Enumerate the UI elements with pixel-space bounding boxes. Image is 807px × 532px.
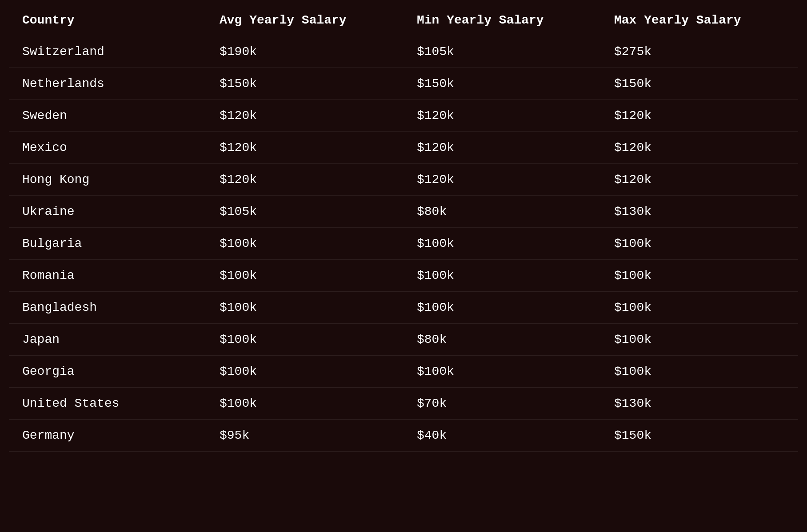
- cell-min-salary: $105k: [404, 36, 601, 68]
- cell-avg-salary: $100k: [206, 324, 404, 356]
- cell-max-salary: $275k: [601, 36, 798, 68]
- table-row: Ukraine$105k$80k$130k: [9, 196, 798, 228]
- cell-max-salary: $100k: [601, 292, 798, 324]
- cell-min-salary: $120k: [404, 132, 601, 164]
- cell-avg-salary: $100k: [206, 356, 404, 388]
- cell-min-salary: $80k: [404, 324, 601, 356]
- cell-avg-salary: $100k: [206, 260, 404, 292]
- cell-avg-salary: $120k: [206, 164, 404, 196]
- cell-max-salary: $100k: [601, 324, 798, 356]
- cell-avg-salary: $150k: [206, 68, 404, 100]
- cell-avg-salary: $120k: [206, 132, 404, 164]
- table-row: Georgia$100k$100k$100k: [9, 356, 798, 388]
- cell-max-salary: $150k: [601, 420, 798, 452]
- table-row: Mexico$120k$120k$120k: [9, 132, 798, 164]
- table-row: Switzerland$190k$105k$275k: [9, 36, 798, 68]
- cell-country: Mexico: [9, 132, 206, 164]
- cell-country: Bangladesh: [9, 292, 206, 324]
- cell-country: United States: [9, 388, 206, 420]
- cell-min-salary: $100k: [404, 228, 601, 260]
- cell-min-salary: $70k: [404, 388, 601, 420]
- table-row: Sweden$120k$120k$120k: [9, 100, 798, 132]
- table-row: Netherlands$150k$150k$150k: [9, 68, 798, 100]
- cell-min-salary: $100k: [404, 292, 601, 324]
- header-avg-salary: Avg Yearly Salary: [206, 4, 404, 36]
- salary-table-container: Country Avg Yearly Salary Min Yearly Sal…: [0, 0, 807, 456]
- cell-avg-salary: $100k: [206, 388, 404, 420]
- cell-country: Georgia: [9, 356, 206, 388]
- cell-max-salary: $130k: [601, 388, 798, 420]
- cell-country: Bulgaria: [9, 228, 206, 260]
- cell-country: Germany: [9, 420, 206, 452]
- table-row: Bulgaria$100k$100k$100k: [9, 228, 798, 260]
- cell-max-salary: $100k: [601, 260, 798, 292]
- table-row: Hong Kong$120k$120k$120k: [9, 164, 798, 196]
- cell-min-salary: $80k: [404, 196, 601, 228]
- cell-country: Sweden: [9, 100, 206, 132]
- cell-avg-salary: $100k: [206, 228, 404, 260]
- cell-min-salary: $120k: [404, 164, 601, 196]
- cell-avg-salary: $100k: [206, 292, 404, 324]
- cell-country: Japan: [9, 324, 206, 356]
- cell-avg-salary: $190k: [206, 36, 404, 68]
- header-max-salary: Max Yearly Salary: [601, 4, 798, 36]
- cell-max-salary: $100k: [601, 356, 798, 388]
- salary-table: Country Avg Yearly Salary Min Yearly Sal…: [9, 4, 798, 452]
- table-row: Romania$100k$100k$100k: [9, 260, 798, 292]
- table-row: Japan$100k$80k$100k: [9, 324, 798, 356]
- cell-country: Ukraine: [9, 196, 206, 228]
- cell-max-salary: $120k: [601, 132, 798, 164]
- cell-country: Romania: [9, 260, 206, 292]
- cell-min-salary: $100k: [404, 260, 601, 292]
- cell-min-salary: $100k: [404, 356, 601, 388]
- table-header-row: Country Avg Yearly Salary Min Yearly Sal…: [9, 4, 798, 36]
- table-row: Bangladesh$100k$100k$100k: [9, 292, 798, 324]
- cell-max-salary: $120k: [601, 164, 798, 196]
- table-row: United States$100k$70k$130k: [9, 388, 798, 420]
- cell-max-salary: $120k: [601, 100, 798, 132]
- cell-max-salary: $100k: [601, 228, 798, 260]
- cell-avg-salary: $120k: [206, 100, 404, 132]
- cell-min-salary: $120k: [404, 100, 601, 132]
- cell-max-salary: $130k: [601, 196, 798, 228]
- cell-avg-salary: $95k: [206, 420, 404, 452]
- cell-max-salary: $150k: [601, 68, 798, 100]
- cell-country: Hong Kong: [9, 164, 206, 196]
- table-row: Germany$95k$40k$150k: [9, 420, 798, 452]
- cell-country: Netherlands: [9, 68, 206, 100]
- cell-country: Switzerland: [9, 36, 206, 68]
- header-min-salary: Min Yearly Salary: [404, 4, 601, 36]
- cell-min-salary: $150k: [404, 68, 601, 100]
- cell-avg-salary: $105k: [206, 196, 404, 228]
- header-country: Country: [9, 4, 206, 36]
- cell-min-salary: $40k: [404, 420, 601, 452]
